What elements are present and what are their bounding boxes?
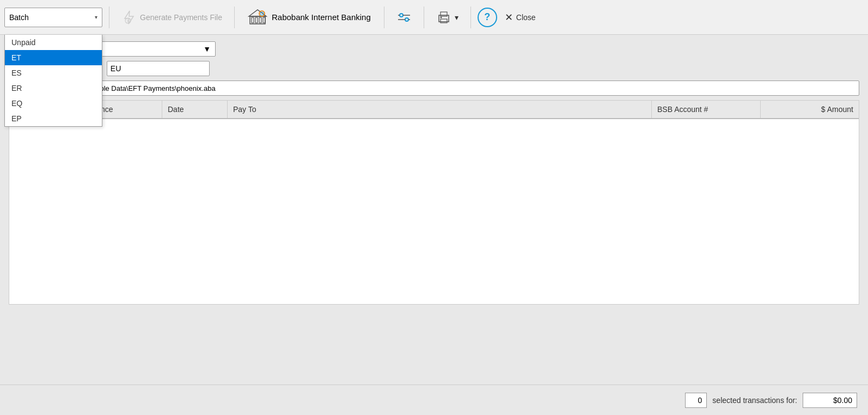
toolbar-divider-1 — [109, 7, 109, 28]
selected-count: 0 — [685, 393, 707, 408]
col-header-date: Date — [162, 101, 228, 118]
svg-rect-5 — [255, 17, 258, 23]
rabobank-label: Rabobank Internet Banking — [272, 13, 371, 22]
generate-payments-button[interactable]: $ Generate Payments File — [116, 8, 228, 27]
toolbar-divider-4 — [424, 7, 424, 28]
close-button[interactable]: ✕ Close — [499, 9, 541, 26]
svg-rect-6 — [259, 17, 261, 23]
footer-total: $0.00 — [803, 393, 857, 408]
account-row: rabo All In One Account ▼ — [9, 41, 859, 57]
batch-dropdown[interactable]: Batch ▾ — [4, 8, 102, 27]
help-button[interactable]: ? — [478, 8, 497, 27]
file-path-input[interactable] — [9, 80, 859, 96]
toolbar-divider-2 — [234, 7, 235, 28]
col-header-payto: Pay To — [228, 101, 652, 118]
col-header-bsb: BSB Account # — [652, 101, 761, 118]
dropdown-item-unpaid[interactable]: Unpaid — [5, 35, 102, 50]
date-batch-row: 5/02/2020 ▾ Batch — [9, 61, 859, 76]
batch-dropdown-label: Batch — [9, 13, 29, 22]
dropdown-item-es[interactable]: ES — [5, 65, 102, 80]
close-label: Close — [516, 13, 536, 22]
svg-point-11 — [405, 18, 408, 21]
dropdown-item-ep[interactable]: EP — [5, 111, 102, 126]
footer: 0 selected transactions for: $0.00 — [0, 385, 868, 415]
close-icon: ✕ — [505, 11, 513, 23]
toolbar-divider-5 — [470, 7, 471, 28]
svg-rect-17 — [441, 12, 447, 16]
generate-payments-label: Generate Payments File — [140, 13, 222, 22]
svg-rect-4 — [252, 17, 254, 23]
chevron-down-icon: ▾ — [95, 14, 97, 20]
bank-icon — [248, 8, 267, 27]
account-dropdown-arrow: ▼ — [203, 45, 211, 53]
toolbar: Batch ▾ $ Generate Payments File — [0, 0, 868, 35]
table-body — [9, 119, 859, 304]
batch-dropdown-menu: Unpaid ET ES ER EQ EP — [4, 35, 102, 127]
main-content: rabo All In One Account ▼ 5/02/2020 ▾ Ba… — [0, 35, 868, 311]
filter-button[interactable] — [391, 8, 417, 27]
footer-label: selected transactions for: — [712, 396, 797, 405]
help-icon: ? — [484, 11, 490, 23]
print-icon — [436, 10, 451, 25]
transactions-table: ✓ Tr # Reference Date Pay To BSB Account… — [9, 100, 859, 305]
rabobank-section: Rabobank Internet Banking — [241, 8, 377, 27]
svg-text:$: $ — [127, 19, 129, 23]
filepath-row — [9, 80, 859, 96]
print-dropdown-arrow: ▾ — [455, 13, 459, 22]
toolbar-divider-3 — [384, 7, 384, 28]
dropdown-item-er[interactable]: ER — [5, 80, 102, 96]
batch-input[interactable] — [107, 61, 210, 76]
print-button[interactable]: ▾ — [431, 8, 464, 27]
table-header: ✓ Tr # Reference Date Pay To BSB Account… — [9, 101, 859, 119]
filter-icon — [396, 10, 412, 25]
svg-point-10 — [400, 14, 403, 17]
svg-rect-18 — [441, 19, 447, 23]
svg-point-19 — [440, 16, 442, 18]
col-header-amount: $ Amount — [761, 101, 859, 118]
dropdown-item-et[interactable]: ET — [5, 50, 102, 65]
dropdown-item-eq[interactable]: EQ — [5, 96, 102, 111]
lightning-icon: $ — [121, 10, 137, 25]
